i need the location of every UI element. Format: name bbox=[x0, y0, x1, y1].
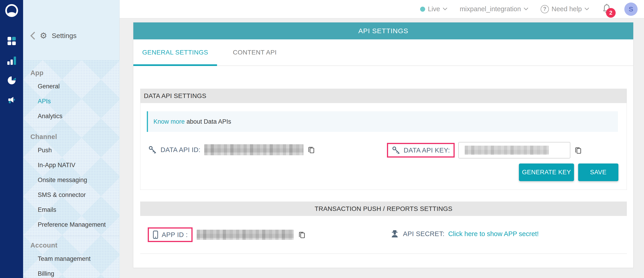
data-api-key-label: DATA API KEY: bbox=[404, 147, 450, 154]
topbar: Live mixpanel_integration ? Need help 2 … bbox=[120, 0, 644, 19]
app-id-row: APP ID : bbox=[148, 227, 306, 242]
info-banner: Know more about Data APIs bbox=[147, 111, 618, 132]
sidebar-item-inapp-nativ[interactable]: In-App NATIV bbox=[23, 158, 120, 173]
chevron-down-icon bbox=[443, 8, 447, 11]
chevron-down-icon bbox=[524, 8, 528, 11]
project-name: mixpanel_integration bbox=[460, 5, 521, 13]
data-api-id-row: DATA API ID: bbox=[148, 144, 315, 155]
user-avatar[interactable]: S bbox=[624, 3, 638, 16]
chevron-down-icon bbox=[584, 8, 589, 11]
back-chevron-icon[interactable] bbox=[30, 32, 35, 40]
sidebar-item-emails[interactable]: Emails bbox=[23, 202, 120, 217]
spy-icon bbox=[390, 229, 399, 238]
sidebar-item-sms-connector[interactable]: SMS & connector bbox=[23, 188, 120, 202]
need-help-dropdown[interactable]: ? Need help bbox=[541, 5, 589, 13]
live-status-dot bbox=[420, 7, 425, 12]
sidebar-section-channel: Channel Push In-App NATIV Onsite messagi… bbox=[23, 127, 120, 236]
save-button[interactable]: SAVE bbox=[578, 163, 618, 181]
copy-icon[interactable] bbox=[298, 231, 306, 239]
sidebar-item-analytics[interactable]: Analytics bbox=[23, 109, 120, 124]
show-app-secret-link[interactable]: Click here to show APP secret! bbox=[448, 230, 539, 238]
api-secret-row: API SECRET: Click here to show APP secre… bbox=[390, 229, 539, 238]
sidebar-item-onsite-messaging[interactable]: Onsite messaging bbox=[23, 173, 120, 188]
data-api-key-input[interactable] bbox=[458, 142, 570, 158]
data-api-settings-section: DATA API SETTINGS Know more about Data A… bbox=[140, 89, 627, 190]
copy-icon[interactable] bbox=[574, 146, 582, 154]
notification-count-badge: 2 bbox=[606, 8, 616, 18]
app-id-label: APP ID : bbox=[162, 231, 188, 239]
data-api-id-label: DATA API ID: bbox=[160, 146, 200, 154]
sidebar-section-label: Channel bbox=[30, 133, 120, 141]
environment-dropdown[interactable]: Live bbox=[420, 5, 447, 13]
megaphone-icon[interactable] bbox=[0, 90, 23, 110]
section-header: DATA API SETTINGS bbox=[140, 89, 627, 103]
need-help-label: Need help bbox=[552, 5, 582, 13]
environment-label: Live bbox=[428, 5, 440, 13]
key-icon bbox=[392, 146, 400, 155]
main-content: API SETTINGS GENERAL SETTINGS CONTENT AP… bbox=[120, 19, 644, 278]
project-dropdown[interactable]: mixpanel_integration bbox=[460, 5, 528, 13]
analytics-bars-icon[interactable] bbox=[0, 51, 23, 71]
sidebar-item-push[interactable]: Push bbox=[23, 143, 120, 158]
data-api-key-redacted-value bbox=[465, 146, 549, 155]
settings-sidebar: ⚙ Settings App General APIs Analytics Ch… bbox=[23, 0, 120, 278]
generate-key-button[interactable]: GENERATE KEY bbox=[519, 163, 574, 181]
tab-content-api[interactable]: CONTENT API bbox=[217, 39, 292, 66]
sidebar-section-account: Account Team management Billing bbox=[23, 236, 120, 278]
sidebar-item-team-management[interactable]: Team management bbox=[23, 251, 120, 266]
api-secret-label: API SECRET: bbox=[403, 230, 444, 238]
key-icon bbox=[148, 145, 157, 154]
data-api-key-highlight: DATA API KEY: bbox=[387, 143, 455, 158]
info-text: about Data APIs bbox=[186, 118, 231, 125]
sidebar-section-app: App General APIs Analytics bbox=[23, 64, 120, 127]
sidebar-item-billing[interactable]: Billing bbox=[23, 266, 120, 278]
sidebar-section-label: Account bbox=[30, 241, 120, 249]
gear-icon: ⚙ bbox=[40, 32, 47, 40]
page-title: API SETTINGS bbox=[133, 23, 633, 39]
notifications-bell-icon[interactable]: 2 bbox=[602, 4, 612, 15]
apps-grid-icon[interactable] bbox=[0, 31, 23, 51]
section-header: TRANSACTION PUSH / REPORTS SETTINGS bbox=[140, 201, 627, 216]
sidebar-item-general[interactable]: General bbox=[23, 79, 120, 94]
copy-icon[interactable] bbox=[307, 146, 315, 154]
app-id-redacted-value bbox=[197, 230, 294, 240]
app-rail bbox=[0, 0, 23, 278]
sidebar-title: Settings bbox=[52, 32, 76, 40]
data-api-key-row: DATA API KEY: bbox=[387, 142, 582, 158]
data-api-id-redacted-value bbox=[204, 144, 304, 155]
help-question-icon: ? bbox=[541, 5, 549, 13]
know-more-link[interactable]: Know more bbox=[154, 118, 185, 125]
tab-general-settings[interactable]: GENERAL SETTINGS bbox=[133, 39, 217, 66]
brand-logo-icon[interactable] bbox=[5, 4, 18, 17]
app-id-highlight: APP ID : bbox=[148, 227, 192, 242]
transaction-push-section: TRANSACTION PUSH / REPORTS SETTINGS APP … bbox=[140, 201, 627, 254]
sidebar-item-apis[interactable]: APIs bbox=[23, 94, 120, 109]
api-settings-card: API SETTINGS GENERAL SETTINGS CONTENT AP… bbox=[133, 22, 634, 268]
sidebar-item-preference-management[interactable]: Preference Management bbox=[23, 217, 120, 232]
mobile-icon bbox=[152, 230, 158, 239]
pie-chart-icon[interactable] bbox=[0, 71, 23, 90]
tab-bar: GENERAL SETTINGS CONTENT API bbox=[133, 39, 633, 66]
sidebar-section-label: App bbox=[30, 69, 120, 77]
